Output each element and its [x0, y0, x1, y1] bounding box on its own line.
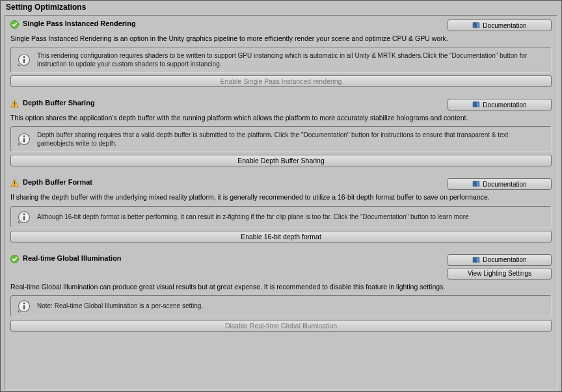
section-title: Single Pass Instanced Rendering — [23, 20, 444, 27]
documentation-button[interactable]: Documentation — [448, 254, 552, 266]
section-description: If sharing the depth buffer with the und… — [10, 192, 552, 202]
checkmark-icon — [10, 20, 19, 29]
button-stack: Documentation — [448, 20, 552, 31]
book-icon — [472, 101, 480, 108]
warning-icon — [10, 99, 19, 108]
section-realtime-global-illumination: Real-time Global Illumination Documentat… — [10, 254, 552, 332]
info-icon — [18, 300, 31, 313]
section-header: Depth Buffer Sharing Documentation — [10, 99, 552, 111]
panel-body: Single Pass Instanced Rendering Document… — [5, 15, 557, 390]
enable-single-pass-button[interactable]: Enable Single Pass Instanced rendering — [10, 75, 552, 87]
section-header: Depth Buffer Format Documentation — [10, 178, 552, 190]
section-description: This option shares the application's dep… — [10, 113, 552, 122]
section-header: Real-time Global Illumination Documentat… — [10, 254, 552, 280]
info-icon — [18, 53, 31, 66]
button-label: Documentation — [483, 22, 526, 29]
info-box: Note: Real-time Global Illumination is a… — [10, 295, 552, 317]
book-icon — [472, 257, 480, 263]
info-box: Although 16-bit depth format is better p… — [10, 206, 552, 228]
info-icon — [18, 211, 31, 224]
settings-panel: Setting Optimizations Single Pass Instan… — [0, 0, 562, 392]
button-label: Documentation — [483, 181, 526, 188]
button-stack: Documentation — [448, 178, 552, 190]
section-title: Depth Buffer Format — [23, 178, 444, 186]
section-depth-buffer-format: Depth Buffer Format Documentation If sha… — [10, 178, 552, 242]
info-box: This rendering configuration requires sh… — [10, 47, 552, 73]
button-stack: Documentation View Lighting Settings — [448, 254, 552, 280]
button-label: Documentation — [483, 256, 526, 263]
enable-depth-buffer-sharing-button[interactable]: Enable Depth Buffer Sharing — [10, 155, 552, 166]
checkmark-icon — [10, 255, 19, 263]
section-depth-buffer-sharing: Depth Buffer Sharing Documentation This … — [10, 99, 552, 166]
info-icon — [18, 133, 31, 146]
section-title: Depth Buffer Sharing — [23, 99, 444, 107]
documentation-button[interactable]: Documentation — [448, 20, 552, 31]
button-stack: Documentation — [448, 99, 552, 111]
book-icon — [472, 181, 480, 187]
view-lighting-settings-button[interactable]: View Lighting Settings — [448, 268, 552, 280]
warning-icon — [10, 179, 19, 187]
panel-title: Setting Optimizations — [1, 1, 561, 15]
info-text: Note: Real-time Global Illumination is a… — [37, 302, 203, 310]
documentation-button[interactable]: Documentation — [448, 99, 552, 111]
enable-16bit-depth-button[interactable]: Enable 16-bit depth format — [10, 231, 552, 242]
disable-realtime-gi-button[interactable]: Disable Real-time Global Illumination — [10, 320, 552, 332]
info-box: Depth buffer sharing requires that a val… — [10, 126, 552, 152]
documentation-button[interactable]: Documentation — [448, 178, 552, 190]
info-text: This rendering configuration requires sh… — [37, 51, 544, 68]
section-single-pass-instanced-rendering: Single Pass Instanced Rendering Document… — [10, 20, 552, 87]
section-title: Real-time Global Illumination — [23, 254, 444, 262]
info-text: Although 16-bit depth format is better p… — [37, 213, 469, 221]
book-icon — [472, 22, 480, 29]
section-description: Real-time Global Illumination can produc… — [10, 282, 552, 291]
section-header: Single Pass Instanced Rendering Document… — [10, 20, 552, 31]
button-label: Documentation — [483, 101, 526, 109]
section-description: Single Pass Instanced Rendering is an op… — [10, 34, 552, 43]
info-text: Depth buffer sharing requires that a val… — [37, 131, 544, 148]
